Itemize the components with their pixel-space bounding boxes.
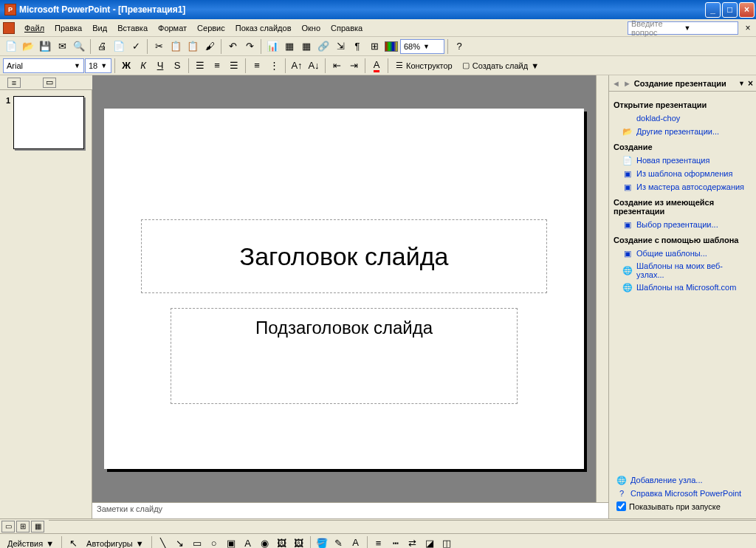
actions-menu[interactable]: Действия ▼ <box>3 535 58 549</box>
cut-button[interactable]: ✂ <box>151 38 167 55</box>
3d-style-button[interactable]: ◫ <box>439 535 455 549</box>
menu-tools[interactable]: Сервис <box>192 22 230 34</box>
zoom-combo[interactable]: 68%▼ <box>400 39 444 54</box>
menu-insert[interactable]: Вставка <box>112 22 153 34</box>
save-button[interactable]: 💾 <box>37 38 53 55</box>
tables-borders-button[interactable]: ▦ <box>298 38 315 55</box>
task-pane-close-button[interactable]: × <box>748 78 753 89</box>
link-choose-presentation[interactable]: ▣Выбор презентации... <box>614 218 752 231</box>
search-button[interactable]: 🔍 <box>71 38 87 55</box>
title-placeholder[interactable]: Заголовок слайда <box>141 219 547 293</box>
link-new-presentation[interactable]: 📄Новая презентация <box>614 154 752 167</box>
show-grid-button[interactable]: ⊞ <box>366 38 382 55</box>
help-search-input[interactable]: Введите вопрос ▼ <box>628 21 738 35</box>
new-button[interactable]: 📄 <box>3 38 19 55</box>
show-formatting-button[interactable]: ¶ <box>349 38 365 55</box>
email-button[interactable]: ✉ <box>54 38 70 55</box>
link-from-design[interactable]: ▣Из шаблона оформления <box>614 167 752 180</box>
menu-view[interactable]: Вид <box>87 22 112 34</box>
align-center-button[interactable]: ≡ <box>209 58 225 74</box>
menu-format[interactable]: Формат <box>153 22 192 34</box>
increase-font-button[interactable]: A↑ <box>289 58 305 74</box>
slide-thumbnail[interactable] <box>13 96 84 149</box>
link-my-web-templates[interactable]: 🌐Шаблоны на моих веб-узлах... <box>614 260 752 281</box>
open-button[interactable]: 📂 <box>20 38 36 55</box>
font-color-button[interactable]: A <box>368 58 385 74</box>
undo-button[interactable]: ↶ <box>224 38 241 55</box>
taskpane-back-button[interactable]: ◄ <box>612 79 620 88</box>
horizontal-scrollbar[interactable] <box>49 520 756 532</box>
insert-table-button[interactable]: ▦ <box>281 38 298 55</box>
shadow-button[interactable]: S <box>169 58 185 74</box>
slides-tab[interactable]: ▭ <box>43 78 56 88</box>
align-right-button[interactable]: ☰ <box>226 58 242 74</box>
taskpane-forward-button[interactable]: ► <box>623 79 631 88</box>
diagram-button[interactable]: ◉ <box>257 535 273 549</box>
show-startup-checkbox[interactable]: Показывать при запуске <box>614 500 752 513</box>
normal-view-button[interactable]: ▭ <box>1 521 15 532</box>
slide-canvas-area[interactable]: Заголовок слайда Подзаголовок слайда <box>92 75 596 502</box>
decrease-font-button[interactable]: A↓ <box>306 58 322 74</box>
clipart-button[interactable]: 🖼 <box>274 535 290 549</box>
wordart-button[interactable]: A <box>240 535 256 549</box>
link-more-presentations[interactable]: 📂Другие презентации... <box>614 125 752 138</box>
color-button[interactable] <box>383 38 399 55</box>
numbering-button[interactable]: ≡ <box>249 58 265 74</box>
decrease-indent-button[interactable]: ⇤ <box>329 58 345 74</box>
italic-button[interactable]: К <box>135 58 151 74</box>
print-preview-button[interactable]: 📄 <box>111 38 127 55</box>
help-button[interactable]: ? <box>451 38 467 55</box>
menu-edit[interactable]: Правка <box>49 22 87 34</box>
arrow-button[interactable]: ↘ <box>172 535 188 549</box>
link-help[interactable]: ?Справка Microsoft PowerPoint <box>614 487 752 500</box>
arrow-style-button[interactable]: ⇄ <box>405 535 421 549</box>
menu-help[interactable]: Справка <box>326 22 368 34</box>
link-from-autocontent[interactable]: ▣Из мастера автосодержания <box>614 180 752 193</box>
bullets-button[interactable]: ⋮ <box>266 58 282 74</box>
format-painter-button[interactable]: 🖌 <box>202 38 218 55</box>
fill-color-button[interactable]: 🪣 <box>314 535 330 549</box>
maximize-button[interactable]: □ <box>722 2 738 18</box>
menu-window[interactable]: Окно <box>297 22 326 34</box>
notes-pane[interactable]: Заметки к слайду <box>92 502 608 518</box>
link-add-node[interactable]: 🌐Добавление узла... <box>614 473 752 487</box>
textbox-button[interactable]: ▣ <box>223 535 239 549</box>
increase-indent-button[interactable]: ⇥ <box>346 58 362 74</box>
close-button[interactable]: × <box>739 2 755 18</box>
picture-button[interactable]: 🖼 <box>291 535 307 549</box>
slide-canvas[interactable]: Заголовок слайда Подзаголовок слайда <box>104 109 584 469</box>
font-combo[interactable]: Arial▼ <box>3 58 84 73</box>
line-color-button[interactable]: ✎ <box>331 535 347 549</box>
show-startup-input[interactable] <box>616 501 626 511</box>
sorter-view-button[interactable]: ⊞ <box>16 521 30 532</box>
designer-button[interactable]: ☰ Конструктор <box>391 58 457 74</box>
bold-button[interactable]: Ж <box>118 58 134 74</box>
shadow-style-button[interactable]: ◪ <box>422 535 438 549</box>
menu-slideshow[interactable]: Показ слайдов <box>230 22 297 34</box>
line-button[interactable]: ╲ <box>155 535 171 549</box>
vertical-scrollbar[interactable] <box>596 75 608 502</box>
minimize-button[interactable]: _ <box>705 2 721 18</box>
dash-style-button[interactable]: ┅ <box>388 535 404 549</box>
link-recent[interactable]: doklad-choy <box>614 112 752 125</box>
print-button[interactable]: 🖨 <box>94 38 110 55</box>
insert-hyperlink-button[interactable]: 🔗 <box>315 38 331 55</box>
link-ms-templates[interactable]: 🌐Шаблоны на Microsoft.com <box>614 281 752 294</box>
insert-chart-button[interactable]: 📊 <box>264 38 281 55</box>
select-objects-button[interactable]: ↖ <box>65 535 81 549</box>
subtitle-placeholder[interactable]: Подзаголовок слайда <box>171 308 518 404</box>
align-left-button[interactable]: ☰ <box>192 58 208 74</box>
rectangle-button[interactable]: ▭ <box>189 535 205 549</box>
font-size-combo[interactable]: 18▼ <box>85 58 111 73</box>
outline-tab[interactable]: ≡ <box>7 78 21 88</box>
paste-button[interactable]: 📋 <box>185 38 201 55</box>
spellcheck-button[interactable]: ✓ <box>128 38 144 55</box>
close-document-button[interactable]: × <box>743 23 753 33</box>
task-pane-dropdown[interactable]: ▼ <box>738 80 745 87</box>
redo-button[interactable]: ↷ <box>241 38 258 55</box>
autoshapes-menu[interactable]: Автофигуры ▼ <box>82 535 148 549</box>
underline-button[interactable]: Ч <box>152 58 168 74</box>
oval-button[interactable]: ○ <box>206 535 222 549</box>
link-general-templates[interactable]: ▣Общие шаблоны... <box>614 247 752 260</box>
expand-all-button[interactable]: ⇲ <box>332 38 348 55</box>
